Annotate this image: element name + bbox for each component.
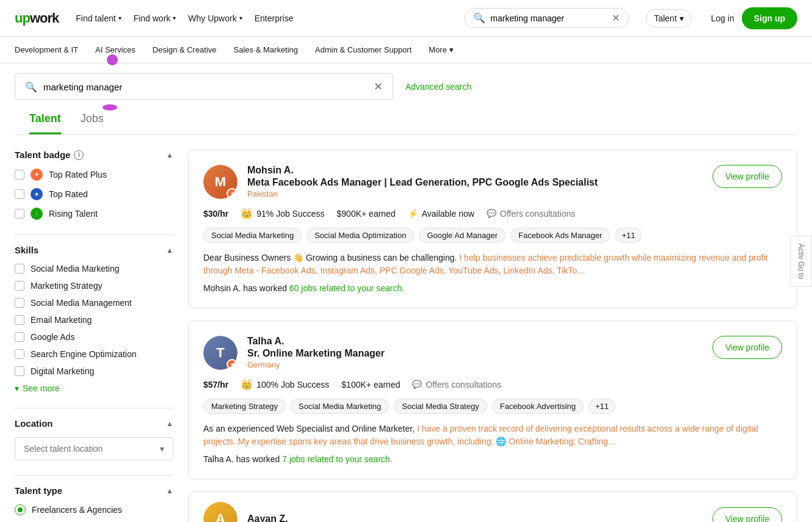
checkbox-skill-6[interactable] (15, 366, 24, 376)
view-profile-button-talha[interactable]: View profile (712, 336, 782, 359)
tag-2[interactable]: Google Ad Manager (419, 228, 506, 243)
main-search-bar: 🔍 ✕ (15, 73, 393, 100)
checkbox-skill-1[interactable] (15, 281, 24, 291)
skill-item-0[interactable]: Social Media Marketing (15, 264, 173, 274)
clear-icon[interactable]: ✕ (612, 12, 620, 24)
clear-search-icon[interactable]: ✕ (374, 80, 383, 93)
success-pct-talha: 100% Job Success (256, 380, 329, 390)
tag-0[interactable]: Social Media Marketing (203, 228, 302, 243)
search-input[interactable] (490, 13, 607, 23)
nav-auth: Log in Sign up (711, 7, 797, 29)
skills-filter: Skills ▲ Social Media Marketing Marketin… (15, 245, 173, 393)
badge-rising-talent-filter[interactable]: ↑ Rising Talent (15, 208, 173, 220)
location-filter: Location ▲ Select talent location ▾ (15, 418, 173, 460)
skill-label-4: Google Ads (31, 332, 74, 342)
talent-type-item-0[interactable]: Freelancers & Agencies (15, 504, 173, 515)
cat-admin[interactable]: Admin & Customer Support (315, 45, 411, 54)
advanced-search-link[interactable]: Advanced search (405, 82, 471, 92)
location-placeholder: Select talent location (24, 444, 103, 454)
chevron-down-icon: ▾ (118, 15, 121, 21)
crown-icon: 👑 (241, 379, 253, 390)
top-nav: upwork Find talent ▾ Find work ▾ Why Upw… (0, 0, 812, 37)
talent-filter-dropdown[interactable]: Talent ▾ (646, 9, 691, 27)
info-icon[interactable]: i (74, 150, 84, 160)
avatar-aayan: A (203, 502, 237, 522)
collapse-icon[interactable]: ▲ (166, 487, 173, 495)
earned-talha: $100K+ earned (341, 380, 400, 390)
skill-item-4[interactable]: Google Ads (15, 332, 173, 342)
tag-t0[interactable]: Marketing Strategy (203, 399, 286, 414)
rate-talha: $57/hr (203, 380, 228, 390)
signup-button[interactable]: Sign up (742, 7, 797, 29)
avatar-talha: T ✦ (203, 336, 237, 370)
view-profile-button-aayan[interactable]: View profile (712, 507, 782, 522)
skill-item-5[interactable]: Search Engine Optimization (15, 349, 173, 359)
nav-find-talent[interactable]: Find talent ▾ (76, 13, 121, 23)
chevron-down-icon: ▾ (680, 13, 684, 23)
job-success-mohsin: 👑 91% Job Success (241, 208, 324, 219)
logo[interactable]: upwork (15, 10, 59, 26)
tabs: Talent Jobs (15, 100, 812, 134)
chevron-down-icon: ▾ (160, 444, 164, 454)
tag-more[interactable]: +11 (615, 228, 642, 243)
skill-item-1[interactable]: Marketing Strategy (15, 281, 173, 291)
view-profile-button-mohsin[interactable]: View profile (712, 165, 782, 188)
checkbox-skill-0[interactable] (15, 264, 24, 274)
skill-label-3: Email Marketing (31, 315, 92, 325)
cat-design[interactable]: Design & Creative (153, 45, 217, 54)
checkbox-rising[interactable] (15, 209, 24, 219)
checkbox-skill-5[interactable] (15, 349, 24, 359)
nav-why-upwork[interactable]: Why Upwork ▾ (188, 13, 242, 23)
skill-item-2[interactable]: Social Media Management (15, 298, 173, 308)
collapse-icon[interactable]: ▲ (166, 151, 173, 159)
skills-title: Skills (15, 245, 38, 255)
success-pct-mohsin: 91% Job Success (256, 209, 324, 219)
checkbox-top-rated[interactable] (15, 189, 24, 199)
main-search-input[interactable] (43, 82, 369, 92)
collapse-icon[interactable]: ▲ (166, 246, 173, 255)
desc-mohsin: Dear Business Owners 👋 Growing a busines… (203, 252, 782, 277)
result-card-aayan: A Aayan Z. View profile (188, 491, 797, 522)
cat-sales[interactable]: Sales & Marketing (234, 45, 299, 54)
skill-item-3[interactable]: Email Marketing (15, 315, 173, 325)
consult-talha: 💬 Offers consultations (412, 380, 501, 390)
talent-type-title: Talent type (15, 485, 62, 496)
badge-top-rated-plus-filter[interactable]: ✦ Top Rated Plus (15, 169, 173, 181)
tab-jobs[interactable]: Jobs (81, 112, 104, 134)
badge-icon-talha: ✦ (227, 359, 237, 370)
location-select[interactable]: Select talent location ▾ (15, 437, 173, 460)
collapse-icon[interactable]: ▲ (166, 419, 173, 428)
talent-type-filter: Talent type ▲ Freelancers & Agencies (15, 485, 173, 515)
skill-item-6[interactable]: Digital Marketing (15, 366, 173, 376)
checkbox-skill-2[interactable] (15, 298, 24, 308)
tag-3[interactable]: Facebook Ads Manager (510, 228, 610, 243)
skill-label-0: Social Media Marketing (31, 264, 120, 274)
cat-more[interactable]: More ▾ (429, 45, 454, 54)
cat-ai[interactable]: AI Services (95, 45, 136, 54)
tab-talent[interactable]: Talent (29, 112, 61, 134)
tag-t2[interactable]: Social Media Strategy (394, 399, 487, 414)
tag-t1[interactable]: Social Media Marketing (291, 399, 389, 414)
tag-more-t[interactable]: +11 (589, 399, 615, 414)
nav-find-work[interactable]: Find work ▾ (134, 13, 176, 23)
tag-t3[interactable]: Facebook Advertising (492, 399, 584, 414)
avatar-mohsin: M ✦ (203, 165, 237, 199)
tag-1[interactable]: Social Media Optimization (306, 228, 414, 243)
radio-button[interactable] (15, 504, 26, 515)
chat-icon: 💬 (412, 380, 422, 389)
nav-enterprise[interactable]: Enterprise (255, 13, 294, 23)
checkbox-skill-3[interactable] (15, 315, 24, 325)
see-more-skills[interactable]: ▾ See more (15, 383, 173, 393)
badge-top-rated-filter[interactable]: ★ Top Rated (15, 188, 173, 200)
cat-dev-it[interactable]: Development & IT (15, 45, 78, 54)
checkbox-skill-4[interactable] (15, 332, 24, 342)
checkbox-top-rated-plus[interactable] (15, 170, 24, 179)
tags-mohsin: Social Media Marketing Social Media Opti… (203, 228, 782, 243)
name-talha: Talha A. (247, 336, 703, 347)
login-button[interactable]: Log in (711, 13, 734, 23)
location-talha: Germany (247, 360, 703, 369)
consult-mohsin: 💬 Offers consultations (487, 209, 575, 219)
earned-mohsin: $900K+ earned (337, 209, 396, 219)
name-aayan: Aayan Z. (247, 513, 703, 522)
talent-type-label: Freelancers & Agencies (32, 505, 122, 515)
